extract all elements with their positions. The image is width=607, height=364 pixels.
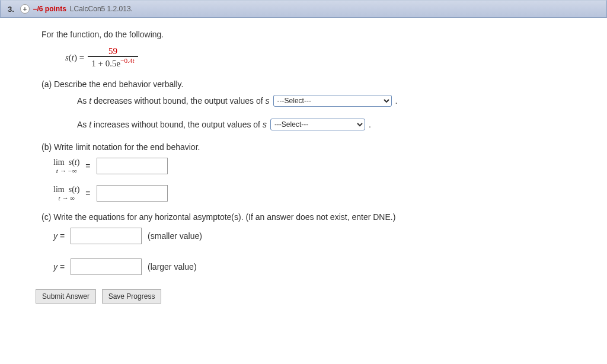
smaller-label: (smaller value): [148, 231, 202, 241]
question-header: 3. + –/6 points LCalcCon5 1.2.013.: [0, 0, 607, 18]
formula-display: s(t) = 59 1 + 0.5e−0.4t: [65, 46, 595, 69]
part-c-label: (c) Write the equations for any horizont…: [41, 212, 595, 222]
question-number: 3.: [8, 5, 14, 14]
asymptote-smaller-row: y = (smaller value): [53, 228, 595, 244]
formula-numerator: 59: [88, 46, 138, 57]
input-limit-pos[interactable]: [97, 185, 168, 202]
limit-neg-inf-row: lim s(t) t → −∞ =: [53, 158, 595, 174]
select-increase[interactable]: ---Select---: [270, 119, 365, 130]
input-asymptote-larger[interactable]: [71, 258, 142, 275]
source-label: LCalcCon5 1.2.013.: [70, 5, 133, 13]
larger-label: (larger value): [148, 262, 196, 272]
part-c: (c) Write the equations for any horizont…: [41, 212, 595, 275]
part-a: (a) Describe the end behavior verbally. …: [41, 79, 595, 130]
question-content: For the function, do the following. s(t)…: [0, 18, 607, 315]
limit-neg-inf: lim s(t) t → −∞: [53, 158, 79, 174]
part-a-row2: As t increases without bound, the output…: [77, 119, 595, 130]
formula-denominator: 1 + 0.5e−0.4t: [88, 57, 138, 69]
input-limit-neg[interactable]: [97, 158, 168, 174]
select-decrease[interactable]: ---Select---: [273, 95, 392, 107]
limit-pos-inf: lim s(t) t → ∞: [53, 185, 79, 201]
part-a-label: (a) Describe the end behavior verbally.: [41, 79, 595, 89]
limit-pos-inf-row: lim s(t) t → ∞ =: [53, 185, 595, 202]
instruction-text: For the function, do the following.: [41, 30, 595, 39]
expand-icon[interactable]: +: [20, 4, 30, 14]
button-row: Submit Answer Save Progress: [36, 289, 595, 304]
input-asymptote-smaller[interactable]: [71, 228, 142, 244]
points-label: –/6 points: [33, 5, 66, 13]
asymptote-larger-row: y = (larger value): [53, 258, 595, 275]
part-b-label: (b) Write limit notation for the end beh…: [41, 142, 595, 152]
part-a-row1: As t decreases without bound, the output…: [77, 95, 595, 107]
save-progress-button[interactable]: Save Progress: [102, 289, 162, 304]
part-b: (b) Write limit notation for the end beh…: [41, 142, 595, 202]
submit-answer-button[interactable]: Submit Answer: [36, 289, 96, 304]
